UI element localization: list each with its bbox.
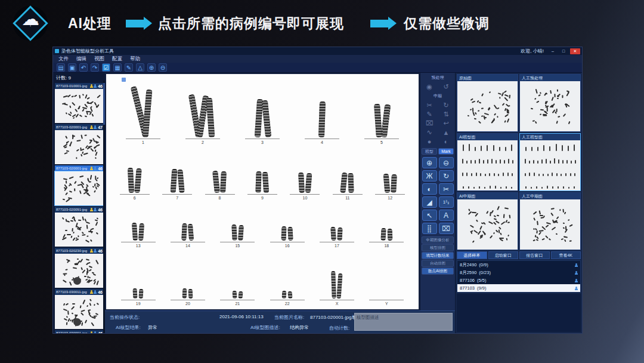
menu-item[interactable]: 帮助 [130, 56, 140, 63]
eraser-icon[interactable]: ◢ [422, 196, 437, 208]
chromosome[interactable] [318, 101, 326, 137]
chromosome-cell[interactable]: 11 [326, 173, 369, 200]
sample-tab[interactable]: 报告窗口 [519, 251, 550, 259]
chromosome[interactable] [138, 223, 144, 241]
chromosome[interactable] [256, 171, 262, 193]
cross-cut-icon[interactable]: ✂ [423, 101, 436, 110]
timer-icon[interactable]: ◉ [423, 82, 436, 91]
chromosome[interactable] [231, 224, 237, 241]
sample-row[interactable]: 877106(5/5) [457, 276, 580, 284]
tool-tab[interactable]: 核型 [422, 148, 437, 155]
menu-item[interactable]: 编辑 [76, 56, 86, 63]
chromosome-cell[interactable]: 17 [312, 227, 361, 248]
contrast-icon[interactable]: ◐ [422, 183, 437, 195]
undo-icon[interactable]: ↶ [79, 63, 88, 72]
comparison-tile[interactable]: 人工预处理 [519, 74, 581, 132]
chromosome-cell[interactable]: 21 [213, 291, 262, 306]
metaphase-list-item[interactable]: 877103-010001-jpg46 [55, 83, 104, 123]
menu-item[interactable]: 文件 [58, 56, 69, 63]
chromosome[interactable] [305, 173, 312, 193]
chromosome-cell[interactable]: 22 [262, 291, 312, 306]
comparison-tile[interactable]: AI核型图 [457, 133, 518, 191]
chromosome[interactable] [387, 229, 392, 241]
marker-icon[interactable]: ▲ [439, 128, 453, 137]
chromosome[interactable] [220, 171, 227, 192]
chromosome[interactable] [182, 223, 188, 241]
tool-action-button[interactable]: 填写计数结果 [422, 252, 454, 259]
chromosome-cell[interactable]: 7 [156, 169, 198, 200]
new-document-icon[interactable]: ▤ [57, 63, 65, 72]
curve-icon[interactable]: ∿ [423, 128, 436, 137]
metaphase-list-item[interactable]: 877103-020091-jpg46 [55, 207, 104, 247]
cut-icon[interactable]: ✂ [439, 183, 454, 195]
chromosome[interactable] [182, 288, 187, 299]
chromosome[interactable] [188, 289, 193, 299]
chromosome-cell[interactable]: 9 [241, 171, 283, 200]
close-button[interactable]: ✕ [570, 48, 580, 54]
chromosome-cell[interactable]: 12 [369, 174, 411, 200]
delete-basket-icon[interactable]: ⌧ [439, 223, 454, 234]
chromosome[interactable] [338, 227, 343, 241]
sidebar-scrollbar[interactable] [103, 81, 105, 333]
karyotype-canvas[interactable]: 12345678910111213141516171819202122XY [106, 74, 419, 309]
chromosome-cell[interactable]: 16 [262, 226, 312, 248]
minimize-button[interactable]: – [549, 48, 557, 54]
comparison-tile[interactable]: 人工中期图 [519, 192, 581, 250]
chromosome[interactable] [142, 90, 152, 138]
chromosome-cell[interactable]: 10 [284, 173, 326, 200]
chromosome-cell[interactable]: 19 [113, 288, 163, 306]
chromosome-cell[interactable]: 2 [173, 94, 233, 144]
zoom-in-icon[interactable]: ⊕ [422, 157, 437, 168]
comparison-tile[interactable]: AI中期图 [457, 192, 518, 250]
chromosome-cell[interactable]: 3 [233, 99, 292, 144]
sample-row[interactable]: 8月2490(0/9) [457, 261, 580, 269]
chromosome-cell[interactable]: X [312, 271, 361, 306]
sample-row[interactable]: 877103(9/9) [457, 284, 580, 292]
karyotype-description-input[interactable]: 核型图描述 [354, 313, 453, 331]
zoom-in-icon[interactable]: ⊕ [147, 63, 156, 72]
chromosome[interactable] [133, 288, 138, 299]
grid-view-icon[interactable]: ⣿ [422, 223, 437, 234]
sample-tab[interactable]: 查看4K [551, 251, 581, 259]
chromosome[interactable] [391, 174, 397, 192]
chromosome[interactable] [282, 291, 287, 299]
metaphase-list-item[interactable]: 877103-030011-jpg46 [55, 289, 104, 329]
metaphase-list-item[interactable]: 877103-020001-jpg47 [55, 124, 104, 164]
zoom-out-icon[interactable]: ⊖ [159, 63, 167, 72]
chromosome[interactable] [288, 227, 293, 241]
metaphase-thumbnail[interactable] [55, 171, 104, 205]
comparison-tile[interactable]: 原始图 [457, 74, 518, 132]
maximize-button[interactable]: □ [559, 48, 568, 54]
chromosome[interactable] [281, 226, 287, 241]
chromosome[interactable] [134, 168, 142, 193]
tool-action-button[interactable]: 核型排图 [422, 244, 454, 251]
chromosome[interactable] [380, 104, 391, 138]
zoom-out-icon[interactable]: ⊖ [439, 157, 454, 168]
chromosome[interactable] [238, 291, 243, 299]
save-icon[interactable]: ▣ [68, 63, 76, 72]
image-icon[interactable]: ▦ [113, 63, 122, 72]
rotate-icon[interactable]: ↻ [439, 101, 453, 110]
drag-sort-icon[interactable]: ⇅ [439, 110, 453, 119]
metaphase-thumbnail[interactable] [55, 295, 104, 329]
metaphase-thumbnail[interactable] [55, 254, 104, 288]
chromosome-cell[interactable]: 15 [213, 224, 262, 248]
chromosome[interactable] [139, 289, 144, 299]
sample-row[interactable]: 8月2590(0/23) [457, 269, 580, 276]
chromosome-cell[interactable]: 14 [163, 223, 212, 248]
metaphase-list-item[interactable]: 877103-020001-jpg46 [55, 165, 104, 205]
undo-step-icon[interactable]: ↩ [439, 119, 453, 128]
metaphase-list-item[interactable]: 877103-020230-jpg46 [55, 248, 104, 288]
metaphase-list-item[interactable]: 877103-030001-jpg46 [55, 330, 104, 333]
restore-icon[interactable]: ↺ [439, 82, 453, 91]
chromosome[interactable] [132, 223, 138, 241]
chromosome[interactable] [337, 273, 343, 299]
tool-action-button[interactable]: 散点AI排图 [422, 267, 454, 275]
count-123-icon[interactable]: 1²₃ [439, 196, 454, 208]
chromosome-cell[interactable]: 13 [113, 223, 163, 248]
metaphase-thumbnail[interactable] [55, 213, 104, 247]
chromosome[interactable] [262, 171, 269, 193]
chromosome-cell[interactable]: 5 [352, 104, 411, 144]
chromosome[interactable] [340, 172, 348, 193]
sample-tab[interactable]: 启动窗口 [488, 251, 519, 259]
